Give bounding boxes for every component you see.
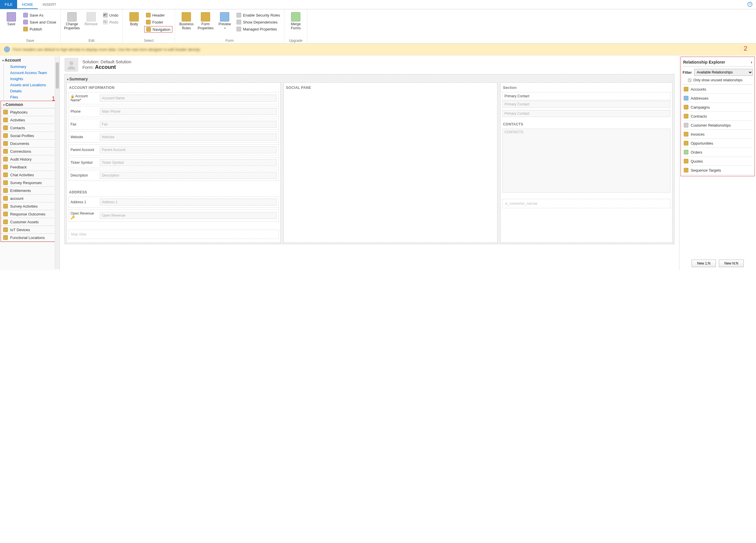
- relationship-explorer-header[interactable]: Relationship Explorer ›: [683, 58, 753, 66]
- field-primary-contact[interactable]: Primary Contact: [502, 92, 670, 100]
- section-right[interactable]: Section Primary Contact Primary Contact …: [500, 82, 672, 243]
- change-properties-button[interactable]: Change Properties: [63, 10, 81, 39]
- tree-link-files[interactable]: Files: [3, 94, 59, 100]
- common-item-contacts[interactable]: Contacts: [1, 124, 59, 132]
- merge-forms-button[interactable]: Merge Forms: [287, 10, 305, 39]
- common-item-survey-activities[interactable]: Survey Activities: [1, 202, 59, 210]
- tree-node-account[interactable]: Account: [0, 57, 59, 64]
- entity-icon: [684, 159, 688, 163]
- map-view-placeholder[interactable]: Map View: [68, 230, 279, 239]
- field-website[interactable]: WebsiteWebsite: [68, 131, 279, 142]
- entity-icon: [684, 87, 688, 91]
- input-fax[interactable]: Fax: [100, 121, 277, 128]
- field-ticker[interactable]: Ticker SymbolTicker Symbol: [68, 157, 279, 168]
- rel-item-opportunities[interactable]: Opportunities: [683, 139, 753, 148]
- rel-item-invoices[interactable]: Invoices: [683, 130, 753, 139]
- rel-item-sequence-targets[interactable]: Sequence Targets: [683, 166, 753, 175]
- input-phone[interactable]: Main Phone: [100, 108, 277, 115]
- field-open-revenue[interactable]: Open Revenue🔑Open Revenue: [68, 209, 279, 221]
- business-rules-button[interactable]: Business Rules: [177, 10, 195, 39]
- tab-insert[interactable]: INSERT: [38, 0, 61, 9]
- common-item-entitlements[interactable]: Entitlements: [1, 187, 59, 194]
- field-parent-account[interactable]: Parent AccountParent Account: [68, 144, 279, 155]
- common-item-account[interactable]: account: [1, 194, 59, 202]
- rel-item-campaigns[interactable]: Campaigns: [683, 103, 753, 112]
- section-account-information[interactable]: ACCOUNT INFORMATION 🔒Account Name* Accou…: [66, 82, 281, 243]
- form-properties-button[interactable]: Form Properties: [196, 10, 214, 39]
- scrollbar[interactable]: [55, 57, 59, 269]
- input-address1[interactable]: Address 1: [100, 198, 277, 205]
- save-close-button[interactable]: Save and Close: [21, 19, 58, 25]
- unused-checkbox[interactable]: [688, 78, 692, 82]
- iv-connector[interactable]: iv_connector_narrow: [502, 199, 670, 208]
- tree-link-summary[interactable]: Summary: [3, 64, 59, 70]
- tree-link-insights[interactable]: Insights: [3, 76, 59, 82]
- input-desc[interactable]: Description: [100, 172, 277, 179]
- footer-button[interactable]: Footer: [144, 19, 172, 25]
- rel-item-orders[interactable]: Orders: [683, 148, 753, 157]
- save-button[interactable]: Save: [2, 10, 20, 39]
- preview-button[interactable]: Preview: [216, 10, 234, 39]
- input-primary-contact-2[interactable]: Primary Contact: [502, 110, 670, 117]
- common-item-chat-activities[interactable]: Chat Activities: [1, 171, 59, 179]
- tab-file[interactable]: FILE: [0, 0, 17, 9]
- field-description[interactable]: DescriptionDescription: [68, 170, 279, 181]
- help-icon[interactable]: ?: [747, 2, 753, 7]
- rel-item-accounts[interactable]: Accounts: [683, 85, 753, 94]
- common-item-connections[interactable]: Connections: [1, 147, 59, 155]
- form-canvas[interactable]: Solution: Default Solution Form: Account…: [60, 55, 679, 270]
- common-item-customer-assets[interactable]: Customer Assets: [1, 218, 59, 226]
- tab-summary[interactable]: Summary ACCOUNT INFORMATION 🔒Account Nam…: [64, 74, 674, 244]
- input-parent[interactable]: Parent Account: [100, 146, 277, 153]
- common-item-response-outcomes[interactable]: Response Outcomes: [1, 210, 59, 218]
- rel-item-quotes[interactable]: Quotes: [683, 157, 753, 166]
- undo-button[interactable]: ↶Undo: [101, 12, 120, 18]
- common-item-playbooks[interactable]: Playbooks: [1, 108, 59, 116]
- managed-properties-button[interactable]: Managed Properties: [235, 26, 282, 32]
- remove-button[interactable]: Remove: [82, 10, 100, 39]
- new-nn-button[interactable]: New N:N: [719, 259, 744, 267]
- save-as-button[interactable]: Save As: [21, 12, 58, 18]
- tree-link-access-team[interactable]: Account Access Team: [3, 70, 59, 76]
- common-item-iot-devices[interactable]: IoT Devices: [1, 226, 59, 234]
- solution-name: Default Solution: [101, 59, 131, 64]
- tree-node-common[interactable]: Common: [1, 101, 59, 108]
- input-primary-contact[interactable]: Primary Contact: [502, 101, 670, 108]
- common-item-functional-locations[interactable]: Functional Locations: [1, 234, 59, 241]
- section-social-pane[interactable]: SOCIAL PANE: [284, 82, 498, 243]
- field-address1[interactable]: Address 1Address 1: [68, 196, 279, 207]
- body-button[interactable]: Body: [125, 10, 143, 39]
- input-account-name[interactable]: Account Name: [100, 95, 277, 102]
- rel-item-addresses[interactable]: Addresses: [683, 94, 753, 103]
- show-dependencies-button[interactable]: Show Dependencies: [235, 19, 282, 25]
- enable-security-button[interactable]: Enable Security Roles: [235, 12, 282, 18]
- common-item-audit-history[interactable]: Audit History: [1, 155, 59, 163]
- new-1n-button[interactable]: New 1:N: [692, 259, 716, 267]
- common-item-survey-responses[interactable]: Survey Responses: [1, 179, 59, 187]
- field-phone[interactable]: PhoneMain Phone: [68, 106, 279, 117]
- input-website[interactable]: Website: [100, 133, 277, 140]
- input-ticker[interactable]: Ticker Symbol: [100, 159, 277, 166]
- field-fax[interactable]: FaxFax: [68, 119, 279, 130]
- form-header: Solution: Default Solution Form: Account: [64, 58, 674, 72]
- redo-button[interactable]: ↷Redo: [101, 19, 120, 25]
- tree-link-details[interactable]: Details: [3, 88, 59, 94]
- main-area: 1 Account Summary Account Access Team In…: [0, 55, 756, 270]
- rel-item-customer-relationships[interactable]: Customer Relationships: [683, 121, 753, 130]
- common-item-feedback[interactable]: Feedback: [1, 163, 59, 171]
- common-item-activities[interactable]: Activities: [1, 116, 59, 124]
- header-button[interactable]: Header: [144, 12, 172, 18]
- tab-home[interactable]: HOME: [17, 0, 38, 9]
- entity-icon: [684, 123, 688, 127]
- tree-link-assets[interactable]: Assets and Locations: [3, 82, 59, 88]
- rel-item-contracts[interactable]: Contracts: [683, 112, 753, 121]
- publish-button[interactable]: Publish: [21, 26, 58, 32]
- contacts-placeholder[interactable]: CONTACTS: [502, 129, 670, 192]
- filter-select[interactable]: Available Relationships: [694, 69, 753, 76]
- field-account-name[interactable]: 🔒Account Name* Account Name: [68, 92, 279, 104]
- navigation-button[interactable]: Navigation: [144, 26, 172, 33]
- entity-icon: [684, 114, 688, 118]
- common-item-documents[interactable]: Documents: [1, 140, 59, 147]
- input-revenue[interactable]: Open Revenue: [100, 212, 277, 219]
- common-item-social-profiles[interactable]: Social Profiles: [1, 132, 59, 140]
